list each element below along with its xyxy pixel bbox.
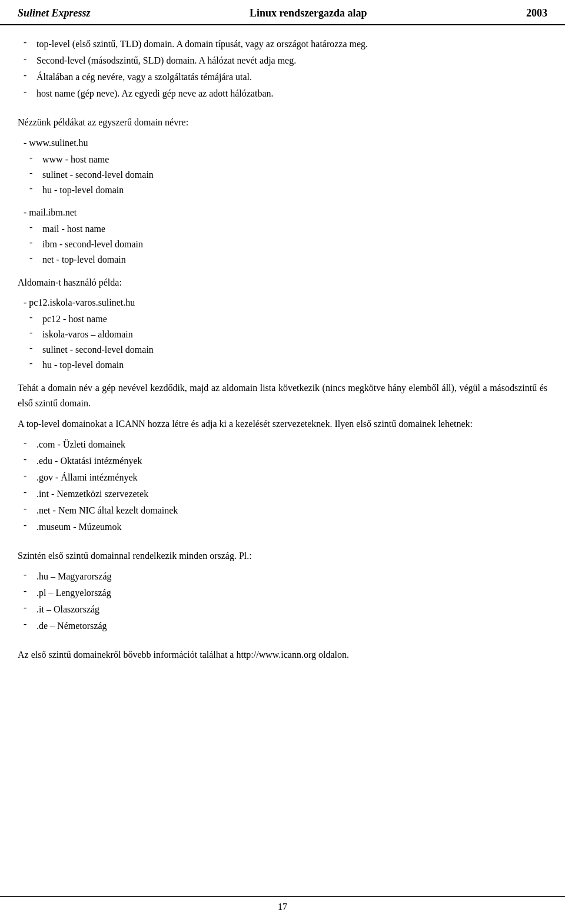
paragraph2: A top-level domainokat a ICANN hozza lét… bbox=[18, 416, 547, 432]
header: Sulinet Expressz Linux rendszergazda ala… bbox=[0, 0, 565, 25]
bullet-dash: - bbox=[24, 487, 36, 501]
sub-text: sulinet - second-level domain bbox=[42, 343, 154, 357]
sub-dash: - bbox=[29, 253, 42, 267]
sub-dash: - bbox=[29, 237, 42, 251]
bullet-dash: - bbox=[24, 504, 36, 518]
list-item: - hu - top-level domain bbox=[29, 358, 547, 372]
bullet-dash: - bbox=[24, 454, 36, 468]
list-item: - pc12 - host name bbox=[29, 312, 547, 326]
sub-text: www - host name bbox=[42, 153, 109, 167]
bullet-dash: - bbox=[24, 438, 36, 452]
list-item: - iskola-varos – aldomain bbox=[29, 327, 547, 342]
list-item: - .hu – Magyarország bbox=[18, 569, 547, 584]
list-item: - host name (gép neve). Az egyedi gép ne… bbox=[18, 87, 547, 101]
bullet-text: .net - Nem NIC által kezelt domainek bbox=[36, 504, 178, 518]
domain-types-list: - .com - Üzleti domainek - .edu - Oktatá… bbox=[18, 438, 547, 534]
example2-subitems: - mail - host name - ibm - second-level … bbox=[29, 222, 547, 267]
list-item: - .int - Nemzetközi szervezetek bbox=[18, 487, 547, 501]
sub-dash: - bbox=[29, 183, 42, 197]
list-item: - .edu - Oktatási intézmények bbox=[18, 454, 547, 468]
bullet-text: host name (gép neve). Az egyedi gép neve… bbox=[36, 87, 274, 101]
sub-dash: - bbox=[29, 343, 42, 357]
page-number: 17 bbox=[278, 902, 287, 912]
example3-block: - pc12.iskola-varos.sulinet.hu - pc12 - … bbox=[18, 296, 547, 372]
list-item: - mail - host name bbox=[29, 222, 547, 236]
bullet-text: .gov - Állami intézmények bbox=[36, 471, 138, 485]
sub-dash: - bbox=[29, 153, 42, 167]
bullet-text: .edu - Oktatási intézmények bbox=[36, 454, 142, 468]
paragraph1: Tehát a domain név a gép nevével kezdődi… bbox=[18, 380, 547, 410]
bullet-dash: - bbox=[24, 70, 36, 84]
list-item: - ibm - second-level domain bbox=[29, 237, 547, 251]
list-item: - .com - Üzleti domainek bbox=[18, 438, 547, 452]
header-year: 2003 bbox=[526, 7, 547, 19]
example1-subitems: - www - host name - sulinet - second-lev… bbox=[29, 153, 547, 197]
list-item: - top-level (első szintű, TLD) domain. A… bbox=[18, 37, 547, 51]
example2-block: - mail.ibm.net - mail - host name - ibm … bbox=[18, 206, 547, 267]
list-item: - .museum - Múzeumok bbox=[18, 520, 547, 534]
paragraph4: Az első szintű domainekről bővebb inform… bbox=[18, 647, 547, 663]
bullet-text: .de – Németország bbox=[36, 619, 107, 633]
list-item: - .gov - Állami intézmények bbox=[18, 471, 547, 485]
sub-dash: - bbox=[29, 222, 42, 236]
intro-bullets: - top-level (első szintű, TLD) domain. A… bbox=[18, 37, 547, 101]
bullet-dash: - bbox=[24, 569, 36, 584]
list-item: - Általában a cég nevére, vagy a szolgál… bbox=[18, 70, 547, 84]
bullet-text: .hu – Magyarország bbox=[36, 569, 112, 584]
example1-url-text: - www.sulinet.hu bbox=[24, 136, 88, 150]
bullet-text: .int - Nemzetközi szervezetek bbox=[36, 487, 148, 501]
sub-text: ibm - second-level domain bbox=[42, 237, 143, 251]
sub-dash: - bbox=[29, 358, 42, 372]
example3-url: - pc12.iskola-varos.sulinet.hu bbox=[18, 296, 547, 310]
bullet-text: .museum - Múzeumok bbox=[36, 520, 121, 534]
bullet-dash: - bbox=[24, 37, 36, 51]
list-item: - .net - Nem NIC által kezelt domainek bbox=[18, 504, 547, 518]
list-item: - sulinet - second-level domain bbox=[29, 343, 547, 357]
country-domains-list: - .hu – Magyarország - .pl – Lengyelorsz… bbox=[18, 569, 547, 633]
bullet-dash: - bbox=[24, 619, 36, 633]
sub-text: net - top-level domain bbox=[42, 253, 126, 267]
list-item: - .pl – Lengyelország bbox=[18, 586, 547, 600]
header-title-left: Sulinet Expressz bbox=[18, 7, 91, 19]
sub-dash: - bbox=[29, 327, 42, 342]
sub-text: sulinet - second-level domain bbox=[42, 168, 154, 182]
bullet-text: .com - Üzleti domainek bbox=[36, 438, 125, 452]
bullet-text: .pl – Lengyelország bbox=[36, 586, 111, 600]
bullet-text: .it – Olaszország bbox=[36, 602, 99, 617]
bullet-dash: - bbox=[24, 87, 36, 101]
bullet-text: Általában a cég nevére, vagy a szolgálta… bbox=[36, 70, 252, 84]
page: Sulinet Expressz Linux rendszergazda ala… bbox=[0, 0, 565, 924]
sub-text: iskola-varos – aldomain bbox=[42, 327, 133, 342]
bullet-dash: - bbox=[24, 602, 36, 617]
sub-dash: - bbox=[29, 168, 42, 182]
example3-subitems: - pc12 - host name - iskola-varos – aldo… bbox=[29, 312, 547, 372]
bullet-dash: - bbox=[24, 520, 36, 534]
nezzunk-heading: Nézzünk példákat az egyszerű domain névr… bbox=[18, 115, 547, 130]
header-title-center: Linux rendszergazda alap bbox=[250, 7, 367, 19]
example1-block: - www.sulinet.hu - www - host name - sul… bbox=[18, 136, 547, 197]
main-content: - top-level (első szintű, TLD) domain. A… bbox=[0, 37, 565, 662]
bullet-text: Second-level (másodszintű, SLD) domain. … bbox=[36, 54, 296, 68]
sub-text: hu - top-level domain bbox=[42, 358, 124, 372]
aldomain-heading: Aldomain-t használó példa: bbox=[18, 275, 547, 290]
footer: 17 bbox=[0, 896, 565, 912]
sub-text: hu - top-level domain bbox=[42, 183, 124, 197]
sub-text: mail - host name bbox=[42, 222, 105, 236]
sub-dash: - bbox=[29, 312, 42, 326]
example2-url-text: - mail.ibm.net bbox=[24, 206, 77, 220]
list-item: - net - top-level domain bbox=[29, 253, 547, 267]
example3-url-text: - pc12.iskola-varos.sulinet.hu bbox=[24, 296, 135, 310]
list-item: - Second-level (másodszintű, SLD) domain… bbox=[18, 54, 547, 68]
example1-url: - www.sulinet.hu bbox=[18, 136, 547, 150]
list-item: - www - host name bbox=[29, 153, 547, 167]
bullet-text: top-level (első szintű, TLD) domain. A d… bbox=[36, 37, 368, 51]
list-item: - sulinet - second-level domain bbox=[29, 168, 547, 182]
list-item: - .de – Németország bbox=[18, 619, 547, 633]
sub-text: pc12 - host name bbox=[42, 312, 107, 326]
bullet-dash: - bbox=[24, 586, 36, 600]
list-item: - hu - top-level domain bbox=[29, 183, 547, 197]
bullet-dash: - bbox=[24, 471, 36, 485]
list-item: - .it – Olaszország bbox=[18, 602, 547, 617]
bullet-dash: - bbox=[24, 54, 36, 68]
paragraph3: Szintén első szintű domainnal rendelkezi… bbox=[18, 548, 547, 564]
